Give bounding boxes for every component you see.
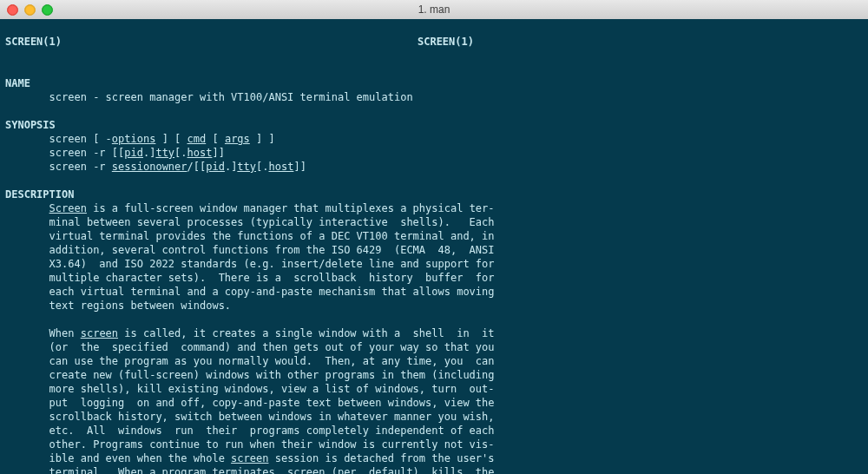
window-title: 1. man (0, 3, 868, 16)
synopsis-line-2: screen -r [[pid.]tty[.host]] (5, 147, 225, 159)
man-header-right: SCREEN(1) (418, 35, 474, 49)
synopsis-line-1: screen [ -options ] [ cmd [ args ] ] (5, 133, 275, 145)
synopsis-line-3: screen -r sessionowner/[[pid.]tty[.host]… (5, 161, 306, 173)
zoom-icon[interactable] (42, 4, 53, 16)
minimize-icon[interactable] (24, 4, 36, 16)
window-titlebar: 1. man (0, 0, 868, 20)
man-header-left: SCREEN(1) (5, 35, 62, 49)
section-synopsis: SYNOPSIS (5, 119, 56, 131)
desc-para-1: Screen is a full-screen window manager t… (5, 202, 495, 312)
terminal-view[interactable]: SCREEN(1)SCREEN(1) NAME screen - screen … (0, 19, 868, 474)
traffic-lights (7, 4, 53, 16)
desc-para-2: When screen is called, it creates a sing… (5, 327, 495, 474)
section-description: DESCRIPTION (5, 188, 74, 201)
section-name: NAME (5, 77, 30, 89)
close-icon[interactable] (7, 4, 18, 16)
name-line: screen - screen manager with VT100/ANSI … (5, 91, 413, 103)
